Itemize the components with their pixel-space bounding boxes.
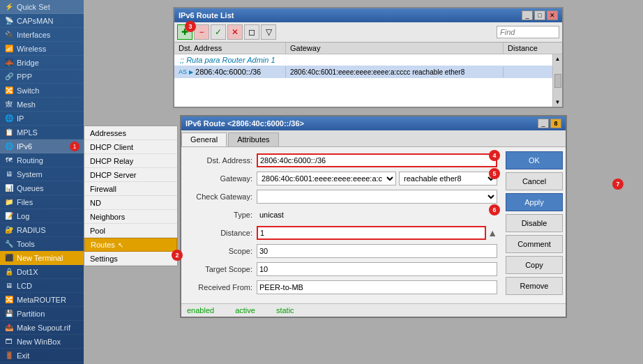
check-route-button[interactable]: ✓ xyxy=(211,24,226,40)
dst-address-row: Dst. Address: 4 xyxy=(187,153,497,168)
gateway-inputs: 2806:40c:6001:eeee:eeee:eeee:a:c reachab… xyxy=(257,172,497,185)
sidebar-item-dot1x[interactable]: 🔒 Dot1X xyxy=(0,265,84,279)
sidebar-item-files[interactable]: 📁 Files xyxy=(0,195,84,209)
gateway-select-left[interactable]: 2806:40c:6001:eeee:eeee:eeee:a:c xyxy=(257,172,396,185)
filter-route-button[interactable]: ▽ xyxy=(261,24,276,40)
route-search-input[interactable] xyxy=(497,26,559,38)
sidebar-item-tools[interactable]: 🔧 Tools xyxy=(0,237,84,251)
sidebar-item-exit[interactable]: 🚪 Exit xyxy=(0,349,84,363)
ip-icon: 🌐 xyxy=(4,114,14,123)
distance-input[interactable] xyxy=(257,226,486,240)
submenu-dhcp-server[interactable]: DHCP Server xyxy=(84,168,177,182)
ok-button[interactable]: OK xyxy=(506,151,563,169)
check-gateway-select[interactable] xyxy=(257,190,497,204)
badge-3: 3 xyxy=(185,21,196,32)
sidebar-item-interfaces[interactable]: 🔌 Interfaces xyxy=(0,28,84,42)
submenu-routes[interactable]: Routes ↖ xyxy=(84,238,177,252)
close-button[interactable]: ✕ xyxy=(547,10,558,20)
system-icon: 🖥 xyxy=(4,169,14,179)
sidebar-item-quickset[interactable]: ⚡ Quick Set xyxy=(0,0,84,14)
apply-button[interactable]: Apply xyxy=(506,193,563,211)
sidebar-item-mpls[interactable]: 📋 MPLS xyxy=(0,126,84,139)
status-static: static xyxy=(276,306,294,314)
submenu-pool[interactable]: Pool xyxy=(84,224,177,238)
comment-button[interactable]: Comment xyxy=(506,235,563,253)
route-table-body: ;; Ruta para Router Admin 1 AS ▶ 2806:40… xyxy=(174,54,562,107)
remove-route-button[interactable]: − xyxy=(194,24,209,40)
gateway-select-right[interactable]: reachable ether8 xyxy=(399,172,497,185)
submenu-firewall[interactable]: Firewall xyxy=(84,182,177,196)
dialog-form: Dst. Address: 4 Gateway: 2806:40c:6001:e… xyxy=(181,147,503,303)
received-from-label: Received From: xyxy=(187,283,257,291)
sidebar-item-ip[interactable]: 🌐 IP xyxy=(0,112,84,126)
sidebar-item-make-supout[interactable]: 📤 Make Supout.rif xyxy=(0,321,84,335)
maximize-button[interactable]: □ xyxy=(534,10,545,20)
radius-icon: 🔐 xyxy=(4,225,14,235)
type-value: unicast xyxy=(257,211,497,219)
exit-icon: 🚪 xyxy=(4,351,14,361)
mpls-icon: 📋 xyxy=(4,128,14,137)
scroll-thumb[interactable] xyxy=(554,74,561,88)
remove-button[interactable]: Remove xyxy=(506,277,563,295)
cancel-button[interactable]: Cancel xyxy=(506,172,563,190)
col-gw-header: Gateway xyxy=(286,43,504,54)
metarouter-icon: 🔀 xyxy=(4,295,14,305)
target-scope-input[interactable] xyxy=(257,262,497,276)
submenu-addresses[interactable]: Addresses xyxy=(84,126,177,140)
sidebar-item-radius[interactable]: 🔐 RADIUS xyxy=(0,223,84,237)
scroll-down-arrow[interactable]: ▼ xyxy=(554,98,562,107)
dialog-maximize-button[interactable]: 8 xyxy=(550,119,561,128)
badge-2: 2 xyxy=(172,250,183,261)
submenu-neighbors[interactable]: Neighbors xyxy=(84,210,177,224)
dst-address-input[interactable] xyxy=(257,153,497,167)
cursor-indicator: ↖ xyxy=(118,241,123,249)
sidebar-item-log[interactable]: 📝 Log xyxy=(0,209,84,223)
cancel-route-button[interactable]: ✕ xyxy=(227,24,243,40)
scroll-up-arrow[interactable]: ▲ xyxy=(554,54,562,63)
sidebar-item-ipv6[interactable]: 🌐 IPv6 1 xyxy=(0,139,84,153)
sidebar-item-queues[interactable]: 📊 Queues xyxy=(0,181,84,195)
disable-button[interactable]: Disable xyxy=(506,214,563,232)
sidebar-item-ppp[interactable]: 🔗 PPP xyxy=(0,70,84,84)
submenu-nd[interactable]: ND xyxy=(84,196,177,210)
distance-up-arrow[interactable]: ▲ xyxy=(487,227,497,238)
wireless-icon: 📶 xyxy=(4,44,14,54)
route-scrollbar[interactable]: ▲ ▼ xyxy=(552,54,562,107)
sidebar-item-system[interactable]: 🖥 System xyxy=(0,167,84,181)
restore-route-button[interactable]: ◻ xyxy=(244,24,259,40)
tab-general[interactable]: General xyxy=(181,132,227,146)
quickset-icon: ⚡ xyxy=(4,2,14,12)
col-dst-header: Dst. Address xyxy=(174,43,286,54)
sidebar-item-routing[interactable]: 🗺 Routing xyxy=(0,153,84,167)
ipv6-submenu: Addresses DHCP Client DHCP Relay DHCP Se… xyxy=(84,126,178,266)
dialog-content: Dst. Address: 4 Gateway: 2806:40c:6001:e… xyxy=(181,147,566,303)
sidebar-item-lcd[interactable]: 🖥 LCD xyxy=(0,279,84,293)
sidebar-item-switch[interactable]: 🔀 Switch xyxy=(0,84,84,98)
sidebar-item-bridge[interactable]: 🌉 Bridge xyxy=(0,56,84,70)
status-enabled: enabled xyxy=(187,306,214,314)
scope-input[interactable] xyxy=(257,244,497,258)
sidebar-item-mesh[interactable]: 🕸 Mesh xyxy=(0,98,84,112)
minimize-button[interactable]: _ xyxy=(522,10,533,20)
sidebar-item-new-terminal[interactable]: ⬛ New Terminal xyxy=(0,251,84,265)
gateway-label: Gateway: xyxy=(187,174,257,183)
sidebar-item-capsman[interactable]: 📡 CAPsMAN xyxy=(0,14,84,28)
check-gateway-row: Check Gateway: xyxy=(187,189,497,204)
expand-icon: ▶ xyxy=(189,69,193,75)
dialog-minimize-button[interactable]: _ xyxy=(538,119,549,128)
submenu-settings[interactable]: Settings xyxy=(84,252,177,266)
table-row[interactable]: AS ▶ 2806:40c:6000::/36 2806:40c:6001:ee… xyxy=(174,66,552,78)
tab-attributes[interactable]: Attributes xyxy=(228,132,278,146)
sidebar-item-partition[interactable]: 💾 Partition xyxy=(0,307,84,321)
copy-button[interactable]: Copy xyxy=(506,256,563,274)
dst-address-label: Dst. Address: xyxy=(187,156,257,165)
received-from-input[interactable] xyxy=(257,280,497,294)
sidebar-item-new-winbox[interactable]: 🗔 New WinBox xyxy=(0,335,84,349)
lcd-icon: 🖥 xyxy=(4,281,14,291)
sidebar-item-metarouter[interactable]: 🔀 MetaROUTER xyxy=(0,293,84,307)
submenu-dhcp-relay[interactable]: DHCP Relay xyxy=(84,154,177,168)
dot1x-icon: 🔒 xyxy=(4,267,14,277)
submenu-dhcp-client[interactable]: DHCP Client xyxy=(84,140,177,154)
sidebar-item-wireless[interactable]: 📶 Wireless xyxy=(0,42,84,56)
mesh-icon: 🕸 xyxy=(4,100,14,109)
